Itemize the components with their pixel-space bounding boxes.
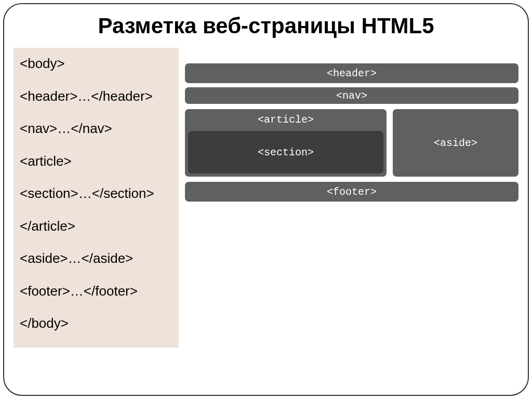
diagram-header-label: <header> (327, 68, 377, 79)
layout-diagram: <header> <nav> <article> <section> <asid… (185, 48, 518, 348)
diagram-footer-label: <footer> (327, 186, 377, 198)
code-line-article-open: <article> (20, 153, 172, 170)
diagram-aside-label: <aside> (434, 137, 477, 149)
diagram-header-box: <header> (185, 63, 518, 83)
page-title: Разметка веб-страницы HTML5 (11, 14, 521, 38)
diagram-aside-box: <aside> (393, 109, 518, 177)
diagram-footer-box: <footer> (185, 182, 518, 202)
diagram-section-box: <section> (188, 131, 383, 174)
code-line-aside: <aside>…</aside> (20, 250, 172, 267)
code-line-footer: <footer>…</footer> (20, 283, 172, 300)
code-line-header: <header>…</header> (20, 88, 172, 105)
slide-frame: Разметка веб-страницы HTML5 <body> <head… (3, 3, 529, 396)
content-row: <body> <header>…</header> <nav>…</nav> <… (11, 48, 521, 348)
code-listing: <body> <header>…</header> <nav>…</nav> <… (14, 48, 179, 348)
code-line-article-close: </article> (20, 218, 172, 235)
code-line-body-close: </body> (20, 315, 172, 332)
diagram-nav-box: <nav> (185, 87, 518, 104)
code-line-nav: <nav>…</nav> (20, 120, 172, 137)
code-line-body-open: <body> (20, 55, 172, 72)
diagram-article-box: <article> <section> (185, 109, 387, 177)
diagram-article-label: <article> (188, 112, 383, 127)
diagram-nav-label: <nav> (336, 90, 367, 102)
code-line-section: <section>…</section> (20, 185, 172, 202)
diagram-mid-row: <article> <section> <aside> (185, 109, 518, 177)
diagram-section-label: <section> (258, 147, 314, 158)
